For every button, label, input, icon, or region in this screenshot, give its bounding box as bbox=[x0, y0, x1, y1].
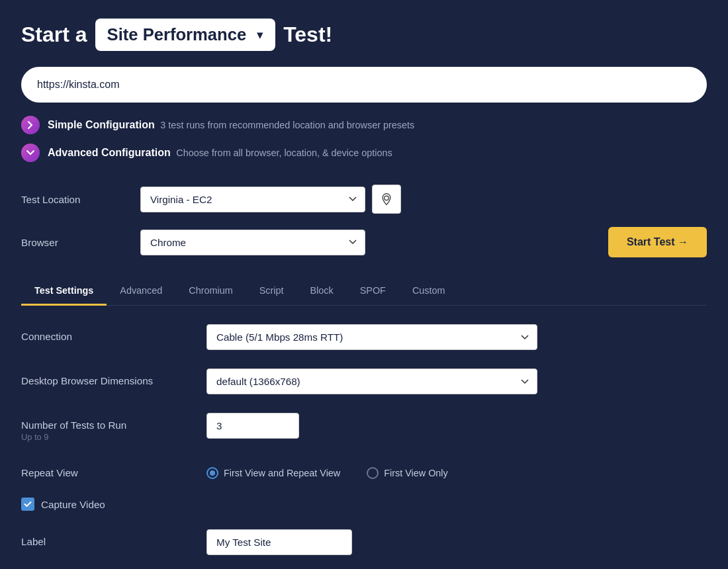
desktop-dimensions-control: default (1366x768) 1920x1080 1280x1024 1… bbox=[206, 369, 537, 394]
tab-spof[interactable]: SPOF bbox=[347, 276, 399, 305]
tab-content: Connection Cable (5/1 Mbps 28ms RTT) DSL… bbox=[21, 306, 707, 569]
label-row: Label bbox=[21, 529, 707, 555]
test-location-label: Test Location bbox=[21, 194, 140, 205]
capture-video-label: Capture Video bbox=[41, 499, 105, 510]
radio-circle-checked bbox=[206, 467, 218, 479]
browser-select[interactable]: Chrome Firefox Safari Edge bbox=[140, 230, 365, 255]
desktop-dimensions-label: Desktop Browser Dimensions bbox=[21, 369, 206, 386]
chevron-down-icon: ▾ bbox=[257, 27, 263, 42]
desktop-dimensions-select[interactable]: default (1366x768) 1920x1080 1280x1024 1… bbox=[206, 369, 537, 394]
url-container bbox=[21, 67, 707, 103]
chevron-right-icon bbox=[26, 120, 35, 130]
test-location-controls: Virginia - EC2 California - EC2 Oregon -… bbox=[140, 185, 707, 214]
simple-config-row: Simple Configuration 3 test runs from re… bbox=[21, 116, 707, 134]
svg-point-0 bbox=[385, 196, 389, 200]
tab-script[interactable]: Script bbox=[246, 276, 297, 305]
repeat-view-row: Repeat View First View and Repeat View F… bbox=[21, 460, 707, 479]
connection-control: Cable (5/1 Mbps 28ms RTT) DSL (1.5 Mbps/… bbox=[206, 324, 537, 350]
capture-video-row: Capture Video bbox=[21, 498, 707, 511]
label-input[interactable] bbox=[206, 529, 352, 555]
connection-label: Connection bbox=[21, 324, 206, 342]
pin-icon bbox=[380, 193, 393, 206]
simple-config-icon[interactable] bbox=[21, 116, 40, 134]
chevron-down-icon bbox=[26, 148, 35, 157]
tab-custom[interactable]: Custom bbox=[399, 276, 459, 305]
simple-config-label-text: Simple Configuration bbox=[48, 119, 155, 130]
num-tests-label: Number of Tests to Run Up to 9 bbox=[21, 413, 206, 442]
connection-select[interactable]: Cable (5/1 Mbps 28ms RTT) DSL (1.5 Mbps/… bbox=[206, 324, 537, 350]
tabs-bar: Test Settings Advanced Chromium Script B… bbox=[21, 276, 707, 306]
browser-row: Browser Chrome Firefox Safari Edge Start… bbox=[21, 227, 707, 257]
label-control bbox=[206, 529, 537, 555]
tab-chromium[interactable]: Chromium bbox=[175, 276, 246, 305]
radio-first-only[interactable]: First View Only bbox=[367, 467, 448, 479]
tab-block[interactable]: Block bbox=[296, 276, 346, 305]
radio-first-only-label: First View Only bbox=[384, 468, 448, 478]
test-location-select[interactable]: Virginia - EC2 California - EC2 Oregon -… bbox=[140, 187, 365, 212]
simple-config-label: Simple Configuration 3 test runs from re… bbox=[48, 119, 414, 131]
start-test-wrap: Start Test → bbox=[608, 227, 707, 257]
advanced-config-icon[interactable] bbox=[21, 144, 40, 162]
connection-row: Connection Cable (5/1 Mbps 28ms RTT) DSL… bbox=[21, 324, 707, 350]
num-tests-control bbox=[206, 413, 537, 439]
repeat-view-options: First View and Repeat View First View On… bbox=[206, 460, 707, 479]
tab-test-settings[interactable]: Test Settings bbox=[21, 276, 107, 305]
test-type-label: Site Performance bbox=[107, 25, 247, 44]
num-tests-row: Number of Tests to Run Up to 9 bbox=[21, 413, 707, 442]
num-tests-input[interactable] bbox=[206, 413, 299, 439]
repeat-view-label: Repeat View bbox=[21, 460, 206, 478]
capture-video-checkbox[interactable] bbox=[21, 498, 34, 511]
advanced-config-label-text: Advanced Configuration bbox=[48, 147, 171, 158]
advanced-config-label: Advanced Configuration Choose from all b… bbox=[48, 147, 392, 159]
label-field-label: Label bbox=[21, 529, 206, 547]
header-post-text: Test! bbox=[283, 22, 332, 47]
radio-first-repeat-label: First View and Repeat View bbox=[224, 468, 340, 478]
num-tests-sublabel: Up to 9 bbox=[21, 432, 206, 442]
test-type-dropdown[interactable]: Site Performance ▾ bbox=[95, 19, 276, 51]
test-location-row: Test Location Virginia - EC2 California … bbox=[21, 185, 707, 214]
radio-first-and-repeat[interactable]: First View and Repeat View bbox=[206, 467, 340, 479]
url-input[interactable] bbox=[21, 67, 707, 103]
radio-circle-unchecked bbox=[367, 467, 379, 479]
advanced-config-desc: Choose from all browser, location, & dev… bbox=[176, 148, 392, 158]
simple-config-desc: 3 test runs from recommended location an… bbox=[160, 120, 414, 130]
header-pre-text: Start a bbox=[21, 22, 87, 47]
tab-advanced[interactable]: Advanced bbox=[107, 276, 175, 305]
pin-location-button[interactable] bbox=[372, 185, 401, 214]
browser-label: Browser bbox=[21, 237, 140, 248]
desktop-dimensions-row: Desktop Browser Dimensions default (1366… bbox=[21, 369, 707, 394]
checkmark-icon bbox=[24, 500, 32, 508]
advanced-config-row: Advanced Configuration Choose from all b… bbox=[21, 144, 707, 162]
page-header: Start a Site Performance ▾ Test! bbox=[21, 19, 707, 51]
start-test-button[interactable]: Start Test → bbox=[608, 227, 707, 257]
browser-select-wrap: Chrome Firefox Safari Edge bbox=[140, 230, 608, 255]
